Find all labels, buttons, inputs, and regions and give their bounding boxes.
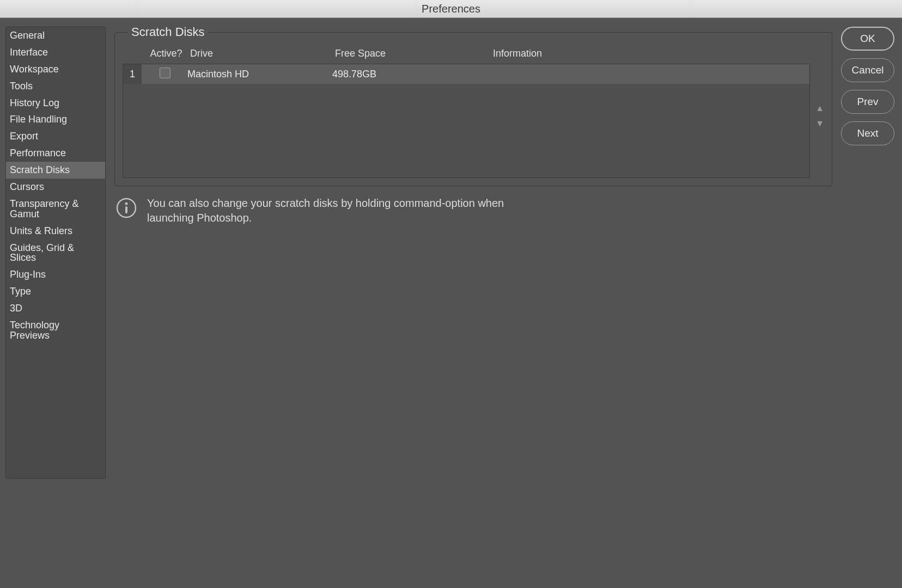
sidebar-item-export[interactable]: Export xyxy=(6,128,105,145)
move-up-button[interactable]: ▲ xyxy=(815,103,824,113)
svg-point-1 xyxy=(125,203,128,205)
column-header-drive: Drive xyxy=(188,48,335,59)
prev-button[interactable]: Prev xyxy=(841,90,894,114)
table-body: 1 Macintosh HD 498.78GB xyxy=(123,64,810,178)
row-drive: Macintosh HD xyxy=(185,69,332,80)
sidebar-item-workspace[interactable]: Workspace xyxy=(6,61,105,78)
table-row[interactable]: 1 Macintosh HD 498.78GB xyxy=(123,64,809,84)
sidebar-item-technology-previews[interactable]: Technology Previews xyxy=(6,317,105,344)
sidebar-item-performance[interactable]: Performance xyxy=(6,145,105,162)
table-header: Active? Drive Free Space Information xyxy=(123,46,810,64)
panel-title: Scratch Disks xyxy=(127,25,209,39)
sidebar-item-file-handling[interactable]: File Handling xyxy=(6,111,105,128)
sidebar-item-general[interactable]: General xyxy=(6,27,105,44)
row-free-space: 498.78GB xyxy=(332,69,490,80)
sidebar-item-units-rulers[interactable]: Units & Rulers xyxy=(6,223,105,240)
info-icon xyxy=(115,197,137,219)
sidebar-item-history-log[interactable]: History Log xyxy=(6,95,105,112)
info-hint-text: You can also change your scratch disks b… xyxy=(147,196,539,225)
preferences-sidebar: General Interface Workspace Tools Histor… xyxy=(5,27,106,479)
info-hint: You can also change your scratch disks b… xyxy=(114,196,832,225)
window-title: Preferences xyxy=(422,3,480,15)
window-titlebar: Preferences xyxy=(0,0,902,18)
sidebar-item-tools[interactable]: Tools xyxy=(6,78,105,95)
sidebar-item-interface[interactable]: Interface xyxy=(6,44,105,61)
move-down-button[interactable]: ▼ xyxy=(815,119,824,128)
sidebar-item-scratch-disks[interactable]: Scratch Disks xyxy=(6,162,105,179)
column-header-active: Active? xyxy=(144,48,188,59)
sidebar-item-3d[interactable]: 3D xyxy=(6,300,105,317)
scratch-disks-table: Active? Drive Free Space Information 1 M… xyxy=(123,46,810,178)
sidebar-item-transparency-gamut[interactable]: Transparency & Gamut xyxy=(6,195,105,223)
active-checkbox[interactable] xyxy=(160,68,170,78)
sidebar-item-guides-grid-slices[interactable]: Guides, Grid & Slices xyxy=(6,240,105,267)
svg-rect-2 xyxy=(125,206,127,213)
sidebar-item-type[interactable]: Type xyxy=(6,283,105,300)
scratch-disks-panel: Scratch Disks Active? Drive Free Space I… xyxy=(114,32,832,186)
row-index: 1 xyxy=(123,64,142,84)
column-header-free-space: Free Space xyxy=(335,48,493,59)
ok-button[interactable]: OK xyxy=(841,27,894,51)
column-header-information: Information xyxy=(493,48,810,59)
sidebar-item-plug-ins[interactable]: Plug-Ins xyxy=(6,266,105,283)
cancel-button[interactable]: Cancel xyxy=(841,58,894,82)
next-button[interactable]: Next xyxy=(841,121,894,145)
sidebar-item-cursors[interactable]: Cursors xyxy=(6,179,105,195)
